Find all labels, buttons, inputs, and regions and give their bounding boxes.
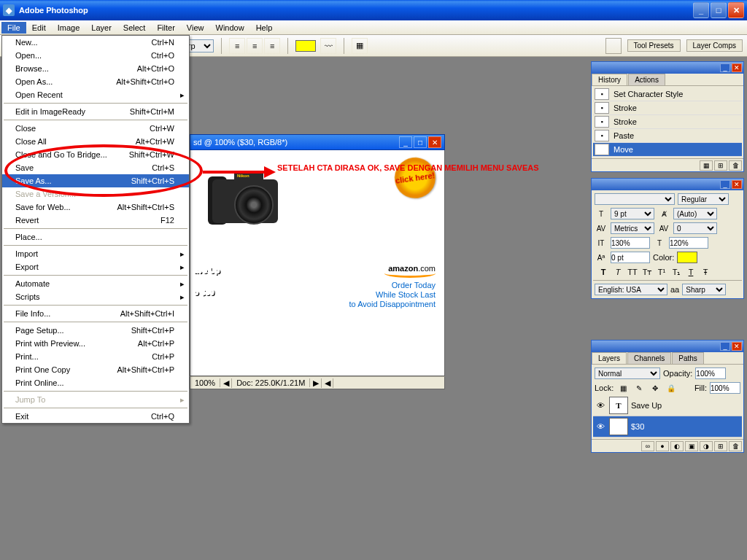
- baseline-input[interactable]: [611, 252, 650, 263]
- lock-all-button[interactable]: 🔒: [665, 382, 678, 394]
- toggle-palettes-button[interactable]: ▦: [352, 38, 368, 54]
- history-tab[interactable]: History: [592, 74, 627, 85]
- history-item[interactable]: ▪Set Character Style: [593, 88, 742, 101]
- align-center-button[interactable]: ≡: [247, 38, 263, 54]
- allcaps-button[interactable]: TT: [627, 268, 638, 277]
- menu-layer[interactable]: Layer: [85, 22, 117, 34]
- tool-presets-tab[interactable]: Tool Presets: [627, 39, 681, 52]
- layer-mask-button[interactable]: ◐: [670, 441, 684, 451]
- menu-window[interactable]: Window: [210, 22, 250, 34]
- history-delete-button[interactable]: 🗑: [729, 160, 742, 171]
- file-menu-item[interactable]: Edit in ImageReadyShift+Ctrl+M: [2, 105, 189, 118]
- underline-button[interactable]: T: [685, 268, 697, 277]
- layer-group-button[interactable]: ▣: [685, 441, 698, 451]
- vscale-input[interactable]: [669, 237, 708, 249]
- document-canvas[interactable]: click here! Nikon ave Upo $30 amazon.com…: [190, 150, 445, 376]
- language-select[interactable]: English: USA: [595, 284, 667, 295]
- italic-button[interactable]: T: [612, 268, 624, 277]
- doc-maximize-button[interactable]: □: [414, 136, 427, 148]
- menu-file[interactable]: File: [1, 22, 26, 34]
- brush-preset-icon[interactable]: [605, 38, 622, 54]
- layers-close-button[interactable]: ✕: [732, 342, 742, 351]
- window-maximize-button[interactable]: □: [711, 2, 727, 18]
- menu-help[interactable]: Help: [250, 22, 279, 34]
- file-menu-item[interactable]: New...Ctrl+N: [2, 36, 189, 49]
- opacity-input[interactable]: [695, 368, 726, 379]
- file-menu-item[interactable]: Save As...Shift+Ctrl+S: [2, 174, 189, 187]
- lock-position-button[interactable]: ✥: [649, 382, 662, 394]
- file-menu-item[interactable]: RevertF12: [2, 214, 189, 227]
- font-size-panel-select[interactable]: 9 pt: [611, 208, 654, 219]
- paths-tab[interactable]: Paths: [672, 352, 704, 364]
- zoom-display[interactable]: 100%: [190, 378, 220, 387]
- layer-link-button[interactable]: ∞: [641, 441, 654, 451]
- layer-delete-button[interactable]: 🗑: [729, 441, 742, 451]
- doc-close-button[interactable]: ✕: [428, 136, 441, 148]
- leading-select[interactable]: (Auto): [673, 208, 717, 219]
- file-menu-item[interactable]: Print Online...: [2, 376, 189, 389]
- lock-pixels-button[interactable]: ✎: [632, 382, 646, 394]
- menu-filter[interactable]: Filter: [151, 22, 180, 34]
- smallcaps-button[interactable]: Tᴛ: [641, 268, 653, 277]
- layer-style-button[interactable]: ●: [656, 441, 669, 451]
- layer-item[interactable]: 👁TSave Up: [593, 395, 742, 416]
- history-minimize-button[interactable]: _: [720, 63, 730, 72]
- file-menu-item[interactable]: Import: [2, 247, 189, 260]
- file-menu-item[interactable]: Place...: [2, 230, 189, 244]
- visibility-icon[interactable]: 👁: [595, 422, 606, 431]
- file-menu-item[interactable]: Print...Ctrl+P: [2, 350, 189, 363]
- char-minimize-button[interactable]: _: [720, 180, 730, 189]
- history-snapshot-button[interactable]: ▦: [700, 160, 713, 171]
- document-titlebar[interactable]: sd @ 100% ($30, RGB/8*) _ □ ✕: [190, 134, 445, 150]
- layer-comps-tab[interactable]: Layer Comps: [686, 39, 743, 52]
- status-prev-button[interactable]: ◀: [220, 378, 232, 388]
- file-menu-item[interactable]: File Info...Alt+Shift+Ctrl+I: [2, 307, 189, 320]
- file-menu-item[interactable]: Page Setup...Shift+Ctrl+P: [2, 324, 189, 337]
- char-color-swatch[interactable]: [677, 252, 697, 263]
- lock-transparency-button[interactable]: ▦: [616, 382, 630, 394]
- tracking-select[interactable]: 0: [673, 222, 717, 234]
- history-item[interactable]: ▪Paste: [593, 129, 742, 143]
- menu-view[interactable]: View: [181, 22, 210, 34]
- font-family-panel-select[interactable]: [595, 193, 675, 205]
- bold-button[interactable]: T: [597, 268, 609, 277]
- layer-new-button[interactable]: ⊞: [714, 441, 727, 451]
- align-left-button[interactable]: ≡: [229, 38, 245, 54]
- file-menu-item[interactable]: Export: [2, 260, 189, 273]
- menu-edit[interactable]: Edit: [26, 22, 52, 34]
- fill-input[interactable]: [710, 382, 740, 394]
- history-close-button[interactable]: ✕: [732, 63, 742, 72]
- status-scroll-button[interactable]: ◀: [322, 378, 333, 388]
- file-menu-item[interactable]: Scripts: [2, 290, 189, 303]
- file-menu-item[interactable]: Open As...Alt+Shift+Ctrl+O: [2, 75, 189, 88]
- char-close-button[interactable]: ✕: [732, 180, 742, 189]
- file-menu-item[interactable]: Open Recent: [2, 88, 189, 101]
- hscale-input[interactable]: [611, 237, 650, 249]
- file-menu-item[interactable]: Print One CopyAlt+Shift+Ctrl+P: [2, 363, 189, 376]
- file-menu-item[interactable]: Close and Go To Bridge...Shift+Ctrl+W: [2, 148, 189, 161]
- text-color-swatch[interactable]: [295, 40, 316, 52]
- menu-select[interactable]: Select: [117, 22, 152, 34]
- layers-tab[interactable]: Layers: [592, 352, 627, 364]
- window-minimize-button[interactable]: _: [693, 2, 709, 18]
- strike-button[interactable]: Ŧ: [700, 268, 711, 277]
- file-menu-item[interactable]: SaveCtrl+S: [2, 161, 189, 174]
- superscript-button[interactable]: T¹: [656, 268, 667, 277]
- antialias-panel-select[interactable]: Sharp: [682, 284, 726, 295]
- history-item[interactable]: ▪Move: [593, 143, 742, 157]
- file-menu-item[interactable]: Close AllAlt+Ctrl+W: [2, 135, 189, 148]
- layer-adjustment-button[interactable]: ◑: [700, 441, 713, 451]
- file-menu-item[interactable]: ExitCtrl+Q: [2, 410, 189, 423]
- subscript-button[interactable]: T₁: [670, 268, 682, 277]
- warp-text-button[interactable]: 〰: [320, 38, 336, 54]
- doc-minimize-button[interactable]: _: [399, 136, 412, 148]
- history-item[interactable]: ▪Stroke: [593, 101, 742, 115]
- visibility-icon[interactable]: 👁: [595, 401, 606, 410]
- blend-mode-select[interactable]: Normal: [595, 368, 660, 379]
- file-menu-item[interactable]: Open...Ctrl+O: [2, 49, 189, 62]
- align-right-button[interactable]: ≡: [264, 38, 280, 54]
- window-close-button[interactable]: ✕: [728, 2, 744, 18]
- file-menu-item[interactable]: Save for Web...Alt+Shift+Ctrl+S: [2, 201, 189, 214]
- history-new-button[interactable]: ⊞: [714, 160, 727, 171]
- actions-tab[interactable]: Actions: [628, 74, 665, 85]
